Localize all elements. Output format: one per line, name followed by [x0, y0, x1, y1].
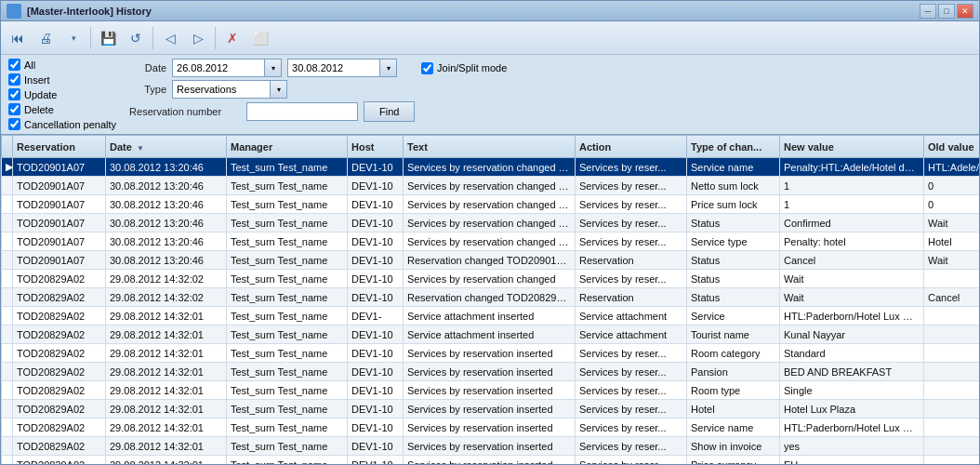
- table-row[interactable]: TOD20829A0229.08.2012 14:32:01Test_surn …: [2, 400, 980, 418]
- cell-host: DEV1-10: [348, 214, 404, 232]
- cell-text: Services by reservation changed: [404, 270, 576, 288]
- resnum-input[interactable]: [246, 102, 358, 121]
- back-icon: ◁: [166, 31, 176, 46]
- col-date[interactable]: Date ▼: [106, 136, 227, 158]
- table-row[interactable]: TOD20901A0730.08.2012 13:20:46Test_surn …: [2, 177, 980, 195]
- toolbar-sep-1: [90, 27, 91, 49]
- cell-indicator: [2, 344, 13, 363]
- toolbar-sep-3: [215, 27, 216, 49]
- cell-newvalue: Kunal Nayyar: [780, 326, 924, 344]
- cell-oldvalue: HTL:Adele/Hotel demo 1/Single/1...: [924, 158, 980, 177]
- forward-button[interactable]: ▷: [185, 25, 211, 51]
- close-button[interactable]: ✕: [957, 4, 973, 19]
- back-button[interactable]: ◁: [157, 25, 183, 51]
- date-to-input[interactable]: [287, 59, 380, 77]
- table-row[interactable]: TOD20901A0730.08.2012 13:20:46Test_surn …: [2, 214, 980, 232]
- col-text[interactable]: Text: [404, 136, 576, 158]
- cell-host: DEV1-10: [348, 158, 404, 177]
- col-manager[interactable]: Manager: [227, 136, 348, 158]
- cell-date: 29.08.2012 14:32:01: [106, 307, 227, 326]
- checkbox-insert-row: Insert: [8, 73, 116, 86]
- cell-host: DEV1-10: [348, 400, 404, 418]
- cell-manager: Test_surn Test_name: [227, 381, 348, 400]
- cell-newvalue: Hotel Lux Plaza: [780, 400, 924, 418]
- table-scroll[interactable]: Reservation Date ▼ Manager Host: [1, 135, 979, 464]
- save-button[interactable]: 💾: [95, 25, 121, 51]
- checkbox-delete-label: Delete: [24, 104, 54, 115]
- forward-icon: ▷: [193, 31, 204, 46]
- cell-indicator: [2, 437, 13, 456]
- minimize-button[interactable]: ─: [920, 4, 936, 19]
- table-row[interactable]: TOD20829A0229.08.2012 14:32:01Test_surn …: [2, 326, 980, 344]
- cell-oldvalue: Cancel: [924, 288, 980, 307]
- table-row[interactable]: TOD20829A0229.08.2012 14:32:01Test_surn …: [2, 437, 980, 456]
- table-row[interactable]: TOD20829A0229.08.2012 14:32:02Test_surn …: [2, 270, 980, 288]
- col-typeofchange[interactable]: Type of chan...: [687, 136, 780, 158]
- cell-indicator: [2, 288, 13, 307]
- cell-date: 29.08.2012 14:32:02: [106, 270, 227, 288]
- cell-indicator: [2, 177, 13, 195]
- col-newvalue[interactable]: New value: [780, 136, 924, 158]
- find-button[interactable]: Find: [364, 101, 415, 122]
- date-from-input[interactable]: [172, 59, 265, 77]
- cell-typeofchange: Pansion: [687, 363, 780, 381]
- table-row[interactable]: TOD20901A0730.08.2012 13:20:46Test_surn …: [2, 232, 980, 251]
- table-row[interactable]: TOD20829A0229.08.2012 14:32:01Test_surn …: [2, 418, 980, 437]
- cell-host: DEV1-10: [348, 456, 404, 465]
- export-button[interactable]: ⬜: [247, 25, 273, 51]
- cell-indicator: [2, 400, 13, 418]
- cell-oldvalue: 0: [924, 195, 980, 214]
- col-reservation[interactable]: Reservation: [13, 136, 106, 158]
- table-row[interactable]: TOD20829A0229.08.2012 14:32:01Test_surn …: [2, 456, 980, 465]
- delete-button[interactable]: ✗: [219, 25, 245, 51]
- refresh-button[interactable]: ↺: [123, 25, 149, 51]
- cell-manager: Test_surn Test_name: [227, 158, 348, 177]
- table-row[interactable]: TOD20829A0229.08.2012 14:32:01Test_surn …: [2, 307, 980, 326]
- type-dropdown[interactable]: ▾: [271, 80, 287, 99]
- print-dropdown-button[interactable]: ▾: [60, 25, 86, 51]
- table-row[interactable]: ▶TOD20901A0730.08.2012 13:20:46Test_surn…: [2, 158, 980, 177]
- cell-oldvalue: 0: [924, 177, 980, 195]
- col-oldvalue[interactable]: Old value: [924, 136, 980, 158]
- table-row[interactable]: TOD20829A0229.08.2012 14:32:01Test_surn …: [2, 381, 980, 400]
- table-body: ▶TOD20901A0730.08.2012 13:20:46Test_surn…: [2, 158, 980, 465]
- cell-typeofchange: Price sum lock: [687, 195, 780, 214]
- resnum-row: Reservation number Find: [129, 101, 507, 122]
- print-button[interactable]: 🖨: [33, 25, 59, 51]
- cell-text: Service attachment inserted: [404, 326, 576, 344]
- table-row[interactable]: TOD20829A0229.08.2012 14:32:02Test_surn …: [2, 288, 980, 307]
- cell-text: Services by reservation inserted: [404, 437, 576, 456]
- checkbox-cancellation-row: Cancellation penalty: [8, 118, 116, 130]
- cell-oldvalue: [924, 363, 980, 381]
- checkbox-cancellation-label: Cancellation penalty: [24, 119, 116, 130]
- checkbox-insert[interactable]: [8, 73, 20, 86]
- checkbox-cancellation[interactable]: [8, 118, 20, 130]
- checkbox-update[interactable]: [8, 88, 20, 100]
- nav-first-button[interactable]: ⏮: [5, 25, 31, 51]
- cell-typeofchange: Status: [687, 251, 780, 270]
- cell-text: Services by reservation inserted: [404, 344, 576, 363]
- checkbox-delete[interactable]: [8, 103, 20, 115]
- cell-text: Reservation changed TOD20901A07: [404, 251, 576, 270]
- join-split-checkbox[interactable]: [421, 62, 433, 74]
- cell-newvalue: Standard: [780, 344, 924, 363]
- date-to-dropdown[interactable]: ▾: [380, 59, 397, 77]
- filter-area: All Insert Update Delete Cancellation pe…: [1, 55, 979, 134]
- cell-host: DEV1-10: [348, 195, 404, 214]
- cell-date: 29.08.2012 14:32:01: [106, 363, 227, 381]
- table-row[interactable]: TOD20829A0229.08.2012 14:32:01Test_surn …: [2, 363, 980, 381]
- cell-typeofchange: Status: [687, 270, 780, 288]
- checkbox-all[interactable]: [8, 59, 20, 71]
- col-host[interactable]: Host: [348, 136, 404, 158]
- table-row[interactable]: TOD20901A0730.08.2012 13:20:46Test_surn …: [2, 251, 980, 270]
- date-from-dropdown[interactable]: ▾: [265, 59, 282, 77]
- table-container: Reservation Date ▼ Manager Host: [1, 134, 979, 464]
- cell-action: Services by reser...: [576, 270, 687, 288]
- maximize-button[interactable]: □: [938, 4, 955, 19]
- table-row[interactable]: TOD20829A0229.08.2012 14:32:01Test_surn …: [2, 344, 980, 363]
- type-input[interactable]: [172, 80, 271, 99]
- table-row[interactable]: TOD20901A0730.08.2012 13:20:46Test_surn …: [2, 195, 980, 214]
- cell-manager: Test_surn Test_name: [227, 232, 348, 251]
- col-action[interactable]: Action: [576, 136, 687, 158]
- cell-action: Services by reser...: [576, 456, 687, 465]
